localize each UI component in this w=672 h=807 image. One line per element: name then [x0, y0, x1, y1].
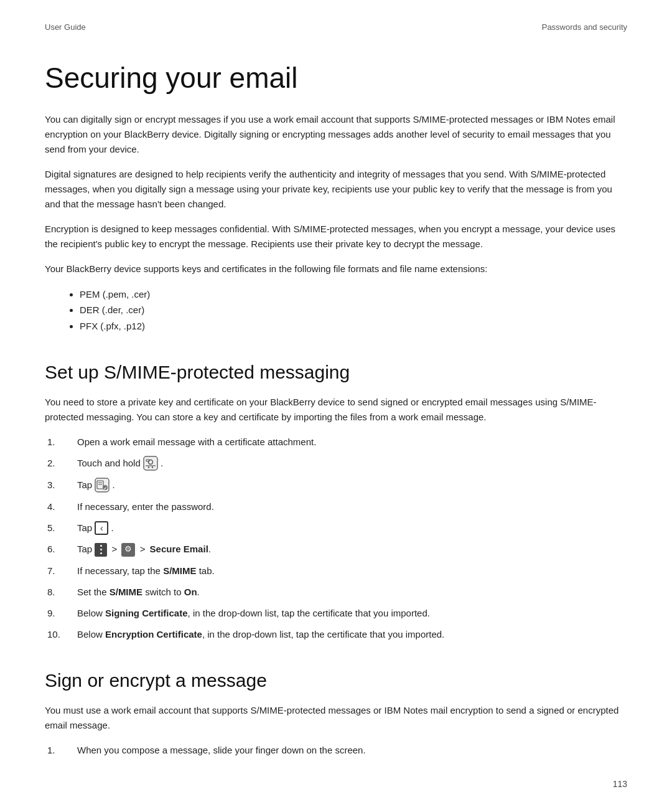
page-number: 113 — [613, 779, 627, 789]
svg-text:✓: ✓ — [103, 486, 107, 491]
step-content-7: If necessary, tap the S/MIME tab. — [77, 564, 627, 578]
step-3: 3. Tap ✓ . — [45, 478, 627, 493]
menu-dot — [100, 545, 102, 547]
page-header: User Guide Passwords and security — [0, 0, 672, 32]
intro-para-3: Encryption is designed to keep messages … — [45, 222, 627, 252]
step-num-8: 8. — [45, 585, 77, 600]
svg-point-4 — [148, 467, 149, 468]
page-title: Securing your email — [45, 62, 627, 95]
signing-cert-label: Signing Certificate — [105, 608, 188, 618]
step-num-1: 1. — [45, 435, 77, 450]
step-content-5: Tap ‹ . — [77, 521, 627, 536]
on-label: On — [184, 587, 197, 597]
step-5: 5. Tap ‹ . — [45, 521, 627, 536]
step-6: 6. Tap > ⚙ > Secure Email. — [45, 542, 627, 557]
step-content-8: Set the S/MIME switch to On. — [77, 585, 627, 600]
intro-para-2: Digital signatures are designed to help … — [45, 167, 627, 212]
menu-dot — [100, 549, 102, 550]
step-content-6: Tap > ⚙ > Secure Email. — [77, 542, 627, 557]
list-item: PEM (.pem, .cer) — [80, 286, 627, 303]
cert-icon: ✓ — [95, 478, 110, 493]
list-item: DER (.der, .cer) — [80, 302, 627, 318]
page-footer: 113 — [613, 779, 627, 789]
step-2: 2. Touch and hold . — [45, 456, 627, 471]
intro-para-4: Your BlackBerry device supports keys and… — [45, 262, 627, 276]
step-num-5: 5. — [45, 521, 77, 536]
section2-step-content-1: When you compose a message, slide your f… — [77, 743, 627, 758]
menu-dot — [100, 552, 102, 554]
step-4: 4. If necessary, enter the password. — [45, 499, 627, 514]
back-icon: ‹ — [95, 521, 108, 535]
gear-icon: ⚙ — [121, 543, 135, 557]
encryption-cert-label: Encryption Certificate — [105, 629, 202, 639]
step-1: 1. Open a work email message with a cert… — [45, 435, 627, 450]
header-right: Passwords and security — [542, 22, 627, 32]
step-num-2: 2. — [45, 456, 77, 471]
step-9: 9. Below Signing Certificate, in the dro… — [45, 606, 627, 621]
intro-para-1: You can digitally sign or encrypt messag… — [45, 112, 627, 157]
step-num-6: 6. — [45, 542, 77, 557]
section1-title: Set up S/MIME-protected messaging — [45, 361, 627, 384]
section2-step-1: 1. When you compose a message, slide you… — [45, 743, 627, 758]
smime-label-8: S/MIME — [110, 587, 142, 597]
step-num-9: 9. — [45, 606, 77, 621]
section2-intro: You must use a work email account that s… — [45, 703, 627, 733]
section2-title: Sign or encrypt a message — [45, 669, 627, 692]
svg-point-5 — [152, 467, 153, 468]
menu-icon — [95, 543, 107, 557]
step-num-3: 3. — [45, 478, 77, 493]
smime-label-7: S/MIME — [163, 565, 196, 576]
file-formats-list: PEM (.pem, .cer) DER (.der, .cer) PFX (.… — [80, 286, 627, 334]
section2-step-num-1: 1. — [45, 743, 77, 758]
step-content-2: Touch and hold . — [77, 456, 627, 471]
step-10: 10. Below Encryption Certificate, in the… — [45, 627, 627, 642]
step-content-10: Below Encryption Certificate, in the dro… — [77, 627, 627, 642]
step-num-7: 7. — [45, 564, 77, 578]
step-num-4: 4. — [45, 499, 77, 514]
attachment-icon — [143, 456, 158, 471]
step-num-10: 10. — [45, 627, 77, 642]
step-content-9: Below Signing Certificate, in the drop-d… — [77, 606, 627, 621]
header-left: User Guide — [45, 22, 86, 32]
step-content-4: If necessary, enter the password. — [77, 499, 627, 514]
section1-intro: You need to store a private key and cert… — [45, 395, 627, 425]
step-7: 7. If necessary, tap the S/MIME tab. — [45, 564, 627, 578]
svg-rect-0 — [144, 456, 157, 470]
main-content: Securing your email You can digitally si… — [0, 32, 672, 807]
step-8: 8. Set the S/MIME switch to On. — [45, 585, 627, 600]
step-content-1: Open a work email message with a certifi… — [77, 435, 627, 450]
list-item: PFX (.pfx, .p12) — [80, 318, 627, 334]
arrow-separator: > — [112, 544, 118, 554]
secure-email-label: Secure Email — [150, 544, 208, 554]
arrow-separator-2: > — [140, 544, 146, 554]
step-content-3: Tap ✓ . — [77, 478, 627, 493]
